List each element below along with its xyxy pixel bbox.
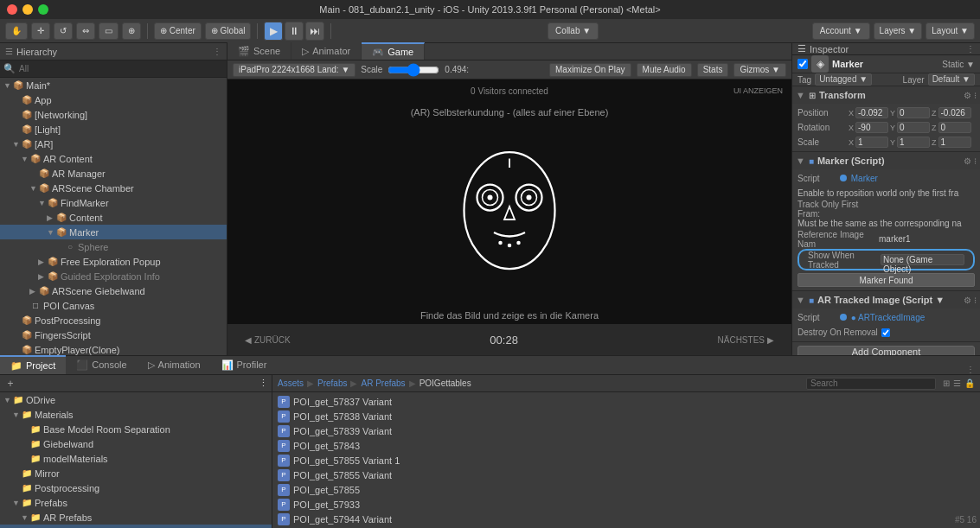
hier-item-main[interactable]: ▼ 📦 Main* [0,78,227,92]
obj-active-toggle[interactable] [797,59,808,69]
hier-item-sphere[interactable]: ○ Sphere [0,239,227,254]
scale-x-input[interactable] [855,137,888,148]
hier-item-content[interactable]: ▶ 📦 Content [0,210,227,225]
show-value[interactable]: None (Game Object) [881,254,964,265]
asset-poi-57855-v[interactable]: P POI_get_57855 Variant [272,468,980,482]
hier-item-arscenechamber[interactable]: ▼ 📦 ARScene Chamber [0,181,227,195]
scale-y-input[interactable] [897,137,930,148]
project-options[interactable]: ⋮ [259,378,268,389]
resolution-button[interactable]: iPadPro 2224x1668 Land: ▼ [233,63,355,77]
rot-z-input[interactable] [938,122,971,133]
hier-item-fingersscript[interactable]: 📦 FingersScript [0,328,227,342]
folder-giebelwand[interactable]: 📁 Giebelwand [0,436,272,451]
folder-poigettables[interactable]: ▶ 📁 POIGettables [0,525,272,528]
folder-postprocessing[interactable]: 📁 Postprocessing [0,480,272,495]
marker-found-button[interactable]: Marker Found [797,273,975,287]
add-component-button[interactable]: Add Component [797,346,975,355]
hier-item-guided[interactable]: ▶ 📦 Guided Exploration Info [0,269,227,283]
folder-prefabs[interactable]: ▼ 📁 Prefabs [0,495,272,510]
marker-script-header[interactable]: ▼ ■ Marker (Script) ⚙ ⁝ [792,152,980,169]
tab-game[interactable]: 🎮 Game [362,42,425,60]
pos-y-input[interactable] [897,107,930,118]
hier-item-light[interactable]: 📦 [Light] [0,122,227,137]
rot-y-input[interactable] [897,122,930,133]
hier-item-arcontent[interactable]: ▼ 📦 AR Content [0,151,227,166]
folder-modelmaterials[interactable]: 📁 modelMaterials [0,451,272,466]
close-button[interactable] [7,4,17,15]
hierarchy-search-input[interactable] [19,64,223,73]
scale-slider[interactable] [388,63,439,77]
hier-item-marker[interactable]: ▼ 📦 Marker [0,225,227,239]
global-button[interactable]: ⊕ Global [205,22,252,40]
hierarchy-options[interactable]: ⋮ [213,47,221,56]
asset-poi-57838[interactable]: P POI_get_57838 Variant [272,409,980,423]
rot-x-input[interactable] [855,122,888,133]
hier-item-armanager[interactable]: 📦 AR Manager [0,166,227,181]
transform-header[interactable]: ▼ ⊞ Transform ⚙ ⁝ [792,86,980,104]
hier-item-freeexploration[interactable]: ▶ 📦 Free Exploration Popup [0,254,227,269]
folder-materials[interactable]: ▼ 📁 Materials [0,407,272,422]
breadcrumb-assets[interactable]: Assets [278,379,304,388]
hier-item-poicanvas[interactable]: □ POI Canvas [0,298,227,313]
bottom-panel-resize[interactable]: ⋮ [966,365,980,374]
gizmos-button[interactable]: Gizmos ▼ [733,63,786,77]
tag-value[interactable]: Untagged ▼ [815,73,872,86]
pos-z-input[interactable] [938,107,971,118]
bottom-tab-profiler[interactable]: 📊 Profiler [211,355,278,374]
pause-button[interactable]: ⏸ [285,22,304,41]
layout-button[interactable]: Layout ▼ [926,22,975,40]
asset-poi-57944[interactable]: P POI_get_57944 Variant [272,512,980,526]
asset-poi-57837[interactable]: P POI_get_57837 Variant [272,394,980,409]
static-badge[interactable]: Static ▼ [942,60,975,69]
center-button[interactable]: ⊕ Center [154,22,202,40]
grid-icon[interactable]: ⊞ [943,379,950,388]
tool-multi[interactable]: ⊕ [122,22,141,40]
layers-button[interactable]: Layers ▼ [874,22,923,40]
asset-poi-57855[interactable]: P POI_get_57855 [272,482,980,497]
tab-animator[interactable]: ▷ Animator [291,42,362,60]
asset-poi-57933[interactable]: P POI_get_57933 [272,497,980,512]
transform-options[interactable]: ⚙ ⁝ [964,91,977,100]
inspector-options[interactable]: ⋮ [966,44,975,54]
destroy-checkbox[interactable] [881,328,890,337]
list-icon[interactable]: ☰ [953,379,961,388]
hier-item-postprocessing[interactable]: 📦 PostProcessing [0,313,227,328]
scale-z-input[interactable] [938,137,971,148]
folder-base-model[interactable]: 📁 Base Model Room Separation [0,422,272,436]
maximize-on-play-button[interactable]: Maximize On Play [549,63,631,77]
hier-item-networking[interactable]: 📦 [Networking] [0,107,227,122]
tool-rect[interactable]: ▭ [99,22,118,40]
project-search-input[interactable] [806,378,936,390]
tool-hand[interactable]: ✋ [5,22,28,40]
tool-scale[interactable]: ⇔ [76,22,95,40]
folder-odrive[interactable]: ▼ 📁 ODrive [0,392,272,407]
maximize-button[interactable] [38,4,48,15]
account-button[interactable]: Account ▼ [812,22,870,40]
stats-button[interactable]: Stats [697,63,729,77]
collab-button[interactable]: Collab ▼ [548,22,599,40]
nav-next-button[interactable]: NÄCHSTES ▶ [718,335,774,345]
add-folder-button[interactable]: + [3,377,17,391]
asset-poi-57855-v1[interactable]: P POI_get_57855 Variant 1 [272,453,980,468]
obj-name[interactable]: Marker [832,59,938,69]
breadcrumb-prefabs[interactable]: Prefabs [317,379,347,388]
folder-ar-prefabs[interactable]: ▼ 📁 AR Prefabs [0,510,272,525]
hier-item-ar[interactable]: ▼ 📦 [AR] [0,137,227,151]
play-button[interactable]: ▶ [264,22,283,41]
hier-item-app[interactable]: 📦 App [0,92,227,107]
breadcrumb-ar-prefabs[interactable]: AR Prefabs [361,379,405,388]
lock-icon[interactable]: 🔒 [964,379,975,388]
tool-move[interactable]: ✛ [31,22,50,40]
ar-tracked-options[interactable]: ⚙ ⁝ [964,296,977,305]
tab-scene[interactable]: 🎬 Scene [227,42,291,60]
hier-item-arscenegiebelwand[interactable]: ▶ 📦 ARScene Giebelwand [0,283,227,298]
marker-script-options[interactable]: ⚙ ⁝ [964,156,977,166]
asset-poi-57839[interactable]: P POI_get_57839 Variant [272,423,980,438]
nav-back-button[interactable]: ◀ ZURÜCK [245,335,291,345]
asset-poi-57843[interactable]: P POI_get_57843 [272,438,980,453]
step-button[interactable]: ⏭ [305,22,324,41]
bottom-tab-project[interactable]: 📁 Project [0,355,66,374]
minimize-button[interactable] [22,4,33,15]
hier-item-findmarker[interactable]: ▼ 📦 FindMarker [0,195,227,210]
folder-mirror[interactable]: 📁 Mirror [0,466,272,480]
